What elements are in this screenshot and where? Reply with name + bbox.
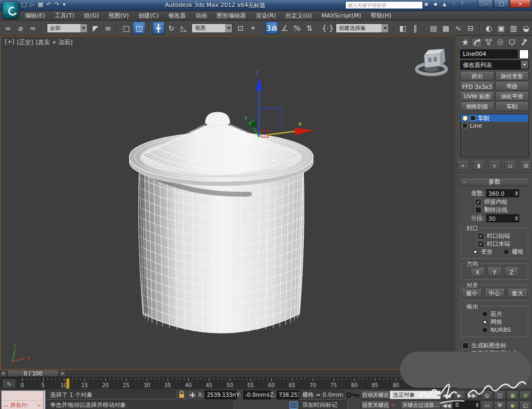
next-frame-button[interactable]: > bbox=[59, 370, 66, 377]
communication-center-icon[interactable]: ◆ bbox=[434, 1, 438, 7]
option-checkbox-0[interactable] bbox=[462, 343, 469, 349]
degrees-field[interactable]: 360.0 bbox=[486, 189, 519, 197]
modifier-button-2[interactable]: FFD 3x3x3 bbox=[460, 82, 494, 91]
snaps-toggle-icon[interactable]: 3⋒ bbox=[265, 21, 278, 35]
modifier-list-dropdown[interactable]: 修改器列表 bbox=[460, 60, 529, 70]
exchange-icon[interactable]: ▲ bbox=[442, 1, 446, 7]
tab-create-icon[interactable] bbox=[460, 37, 470, 47]
graphite-ribbon-icon[interactable]: ▦ bbox=[440, 22, 452, 34]
menu-item-9[interactable]: 自定义(U) bbox=[281, 11, 317, 20]
selection-lock-icon[interactable] bbox=[178, 390, 186, 400]
time-slider-handle[interactable]: 0 / 100 bbox=[7, 370, 59, 377]
open-file-icon[interactable]: ▷ bbox=[30, 1, 34, 8]
viewport[interactable]: [+] [正交] [真实 + 边面] bbox=[0, 36, 456, 370]
reference-coordinate-dropdown[interactable]: 视图 bbox=[192, 23, 232, 33]
schematic-view-icon[interactable]: ⊟ bbox=[465, 22, 477, 34]
direction-z-button[interactable]: Z bbox=[504, 268, 519, 277]
auto-key-button[interactable]: 自动关键点 bbox=[361, 390, 390, 399]
segments-field[interactable]: 30 bbox=[486, 214, 519, 222]
new-file-icon[interactable]: ▢ bbox=[21, 1, 27, 8]
object-name-field[interactable]: Line004 bbox=[460, 49, 518, 59]
output-radio-1[interactable] bbox=[482, 319, 488, 325]
select-object-icon[interactable]: ◤ bbox=[90, 22, 102, 34]
modifier-button-1[interactable]: 路径变形 bbox=[495, 72, 529, 81]
select-and-rotate-icon[interactable]: ↻ bbox=[165, 22, 177, 34]
maxscript-mini-listener[interactable]: — 所在行: < bbox=[1, 390, 44, 409]
previous-frame-button[interactable]: < bbox=[0, 370, 7, 377]
object-color-swatch[interactable] bbox=[519, 49, 529, 59]
modifier-button-3[interactable]: 弯曲 bbox=[495, 82, 529, 91]
add-time-tag[interactable]: 添加时间标记 bbox=[299, 400, 348, 409]
configure-modifier-sets-icon[interactable]: ⊞ bbox=[520, 161, 532, 170]
render-production-icon[interactable]: ◒ bbox=[520, 22, 532, 34]
menu-item-8[interactable]: 渲染(R) bbox=[251, 11, 280, 20]
degrees-spinner[interactable] bbox=[515, 191, 518, 196]
lathe-model[interactable] bbox=[129, 112, 313, 333]
named-selection-dropdown[interactable]: 创建选择集 bbox=[336, 23, 389, 33]
select-by-name-icon[interactable]: ≡ bbox=[102, 22, 114, 34]
align-icon[interactable]: ‖ bbox=[409, 22, 421, 34]
layer-manager-icon[interactable]: ▤ bbox=[428, 22, 439, 34]
direction-y-button[interactable]: Y bbox=[487, 268, 502, 277]
app-logo-icon[interactable] bbox=[2, 1, 19, 19]
save-file-icon[interactable]: ▦ bbox=[38, 1, 43, 8]
time-slider-track[interactable] bbox=[66, 370, 456, 377]
align-button-1[interactable]: 中心 bbox=[485, 289, 505, 298]
selection-filter-dropdown[interactable]: 全部 bbox=[47, 23, 88, 33]
modifier-button-7[interactable]: 车削 bbox=[495, 102, 529, 111]
edit-named-selections-icon[interactable]: {·} bbox=[322, 22, 334, 34]
curve-editor-icon[interactable]: ∿ bbox=[452, 22, 464, 34]
parameters-rollout-header[interactable]: - 参数 bbox=[460, 177, 529, 186]
select-and-manipulate-icon[interactable]: ⌖ bbox=[247, 22, 259, 34]
morph-radio[interactable] bbox=[472, 249, 478, 255]
absolute-offset-toggle-icon[interactable] bbox=[188, 390, 197, 399]
modifier-button-4[interactable]: UVW 贴图 bbox=[460, 92, 494, 101]
rectangular-selection-icon[interactable]: □ bbox=[120, 22, 132, 34]
search-icon[interactable]: ◉ bbox=[424, 1, 429, 7]
percent-snap-icon[interactable]: % bbox=[291, 22, 303, 34]
menu-item-6[interactable]: 动画 bbox=[190, 11, 212, 20]
modifier-button-6[interactable]: 倒角剖面 bbox=[460, 102, 494, 111]
z-coord-field[interactable]: 738.251mm bbox=[277, 390, 300, 399]
render-setup-icon[interactable]: ▣ bbox=[495, 22, 507, 34]
cap-start-checkbox[interactable]: ✓ bbox=[478, 233, 484, 239]
move-gizmo[interactable]: z x y bbox=[244, 70, 313, 137]
angle-snap-icon[interactable]: ∠ bbox=[279, 22, 290, 34]
rendered-frame-icon[interactable]: ▥ bbox=[508, 22, 519, 34]
new-key-filter-icon[interactable]: ∿ bbox=[390, 402, 395, 408]
tab-motion-icon[interactable] bbox=[495, 37, 505, 47]
minimize-button[interactable]: – bbox=[478, 0, 493, 8]
favorites-icon[interactable]: ☆ bbox=[451, 1, 456, 7]
viewport-menu-pov[interactable]: [正交] bbox=[17, 38, 34, 46]
mini-curve-editor-icon[interactable]: ∿ bbox=[2, 379, 16, 388]
make-unique-icon[interactable]: ⋎ bbox=[488, 161, 501, 170]
modifier-stack-item-1[interactable]: Line bbox=[461, 122, 528, 129]
window-crossing-icon[interactable]: ◫ bbox=[132, 21, 145, 35]
flip-normals-checkbox[interactable] bbox=[475, 207, 481, 213]
remove-modifier-icon[interactable]: ⊔ bbox=[504, 161, 517, 170]
pin-stack-icon[interactable]: ⌖ bbox=[457, 161, 469, 170]
bind-to-spacewarp-icon[interactable]: ≈ bbox=[27, 22, 39, 34]
maximize-button[interactable]: □ bbox=[494, 0, 509, 8]
undo-icon[interactable]: ↶ bbox=[46, 1, 51, 8]
listener-field[interactable]: — 所在行: < bbox=[2, 400, 43, 409]
tab-display-icon[interactable] bbox=[506, 37, 517, 47]
tab-modify-icon[interactable] bbox=[471, 37, 482, 47]
visibility-bulb-icon[interactable] bbox=[462, 115, 468, 121]
cap-end-checkbox[interactable]: ✓ bbox=[478, 241, 484, 247]
grid-radio[interactable] bbox=[503, 249, 509, 255]
menu-item-3[interactable]: 视图(V) bbox=[104, 11, 134, 20]
menu-item-10[interactable]: MAXScript(M) bbox=[317, 11, 366, 20]
stack-expand-icon[interactable] bbox=[470, 115, 476, 121]
modifier-button-5[interactable]: 涡轮平滑 bbox=[495, 92, 529, 101]
direction-x-button[interactable]: X bbox=[470, 268, 485, 277]
select-and-link-icon[interactable]: ∞ bbox=[2, 22, 14, 34]
menu-item-2[interactable]: 组(G) bbox=[79, 11, 104, 20]
tab-hierarchy-icon[interactable] bbox=[483, 37, 494, 47]
menu-item-0[interactable]: 编辑(E) bbox=[20, 11, 50, 20]
mirror-icon[interactable]: ◧ bbox=[397, 22, 409, 34]
quick-access-more-icon[interactable]: ▾ bbox=[63, 1, 66, 8]
modifier-button-0[interactable]: 挤出 bbox=[460, 72, 494, 81]
segments-spinner[interactable] bbox=[515, 216, 518, 221]
material-editor-icon[interactable]: ◐ bbox=[483, 22, 495, 34]
